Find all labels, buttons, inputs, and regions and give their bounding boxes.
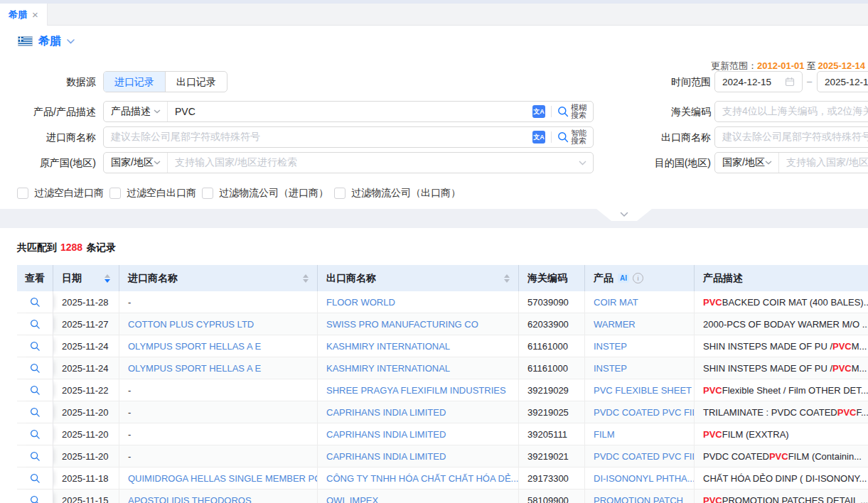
destination-country-input[interactable]: 支持输入国家/地区进行检索 (779, 156, 868, 169)
filter-checkbox-0[interactable]: 过滤空白进口商 (17, 187, 104, 200)
cell-product[interactable]: INSTEP (585, 357, 695, 379)
collapse-panel-button[interactable] (596, 209, 652, 221)
importer-link[interactable]: QUIMIDROGA HELLAS SINGLE MEMBER PC (128, 473, 318, 484)
cell-importer[interactable]: OLYMPUS SPORT HELLAS A E (119, 357, 318, 379)
smart-search-button[interactable]: 智能搜索 (557, 129, 586, 145)
view-record-button[interactable] (17, 357, 53, 379)
view-record-button[interactable] (17, 335, 53, 357)
sort-control-date[interactable] (99, 274, 110, 283)
product-link[interactable]: INSTEP (594, 341, 627, 352)
checkbox-unchecked-icon[interactable] (17, 188, 28, 199)
export-records-tab[interactable]: 出口记录 (165, 72, 227, 92)
cell-product[interactable]: WARMER (585, 313, 695, 335)
exporter-link[interactable]: KASHMIRY INTERNATIONAL (326, 341, 450, 352)
cell-exporter[interactable]: FLOOR WORLD (318, 291, 519, 313)
tab-greece[interactable]: 希腊 × (0, 4, 48, 26)
view-record-button[interactable] (17, 313, 53, 335)
cell-exporter[interactable]: CAPRIHANS INDIA LIMITED (318, 401, 519, 423)
cell-importer[interactable]: OLYMPUS SPORT HELLAS A E (119, 335, 318, 357)
view-record-button[interactable] (17, 401, 53, 423)
cell-product[interactable]: INSTEP (585, 335, 695, 357)
cell-exporter[interactable]: KASHMIRY INTERNATIONAL (318, 335, 519, 357)
cell-exporter[interactable]: KASHMIRY INTERNATIONAL (318, 357, 519, 379)
importer-link[interactable]: APOSTOLIDIS THEODOROS (128, 495, 252, 503)
product-link[interactable]: WARMER (594, 319, 636, 330)
hs-code-input[interactable]: 支持4位以上海关编码，或2位海关编码加 (714, 101, 868, 122)
view-record-button[interactable] (17, 490, 53, 503)
exporter-link[interactable]: OWL IMPEX (326, 495, 378, 503)
cell-importer[interactable]: COTTON PLUS CYPRUS LTD (119, 313, 318, 335)
date-start-input[interactable]: 2024-12-15 (714, 71, 803, 92)
exporter-link[interactable]: CAPRIHANS INDIA LIMITED (326, 429, 446, 440)
cell-exporter[interactable]: CAPRIHANS INDIA LIMITED (318, 423, 519, 445)
filter-checkbox-2[interactable]: 过滤物流公司（进口商） (202, 187, 328, 200)
sort-control-importer[interactable] (297, 274, 309, 283)
product-link[interactable]: FILM (594, 429, 615, 440)
view-record-button[interactable] (17, 467, 53, 489)
cell-importer[interactable]: QUIMIDROGA HELLAS SINGLE MEMBER PC (119, 467, 318, 489)
product-link[interactable]: PVDC COATED PVC FIL... (594, 451, 695, 462)
cell-product[interactable]: PVC FLEXIBLE SHEET F... (585, 379, 695, 401)
translate-icon[interactable]: 文A (532, 105, 545, 118)
destination-country-select[interactable]: 国家/地区 (715, 153, 779, 173)
exporter-link[interactable]: CAPRIHANS INDIA LIMITED (326, 451, 446, 462)
cell-exporter[interactable]: CAPRIHANS INDIA LIMITED (318, 445, 519, 467)
cell-exporter[interactable]: SHREE PRAGYA FLEXIFILM INDUSTRIES (318, 379, 519, 401)
info-icon[interactable]: i (633, 273, 643, 283)
cell-product[interactable]: FILM (585, 423, 695, 445)
product-link[interactable]: INSTEP (594, 363, 627, 374)
cell-product[interactable]: PVDC COATED PVC FIL... (585, 401, 695, 423)
exporter-link[interactable]: SWISS PRO MANUFACTURING CO (326, 319, 478, 330)
checkbox-unchecked-icon[interactable] (202, 188, 213, 199)
column-header-exporter[interactable]: 出口商名称 (318, 265, 519, 291)
cell-product[interactable]: COIR MAT (585, 291, 695, 313)
product-link[interactable]: PVC FLEXIBLE SHEET F... (594, 385, 695, 396)
cell-exporter[interactable]: OWL IMPEX (318, 490, 519, 503)
view-record-button[interactable] (17, 379, 53, 401)
cell-product[interactable]: PROMOTION PATCH (585, 490, 695, 503)
exporter-link[interactable]: FLOOR WORLD (326, 297, 395, 308)
product-search-input[interactable]: PVC (168, 106, 532, 117)
import-records-tab[interactable]: 进口记录 (104, 72, 165, 92)
divider (551, 131, 552, 143)
importer-link[interactable]: OLYMPUS SPORT HELLAS A E (128, 341, 261, 352)
exporter-link[interactable]: CAPRIHANS INDIA LIMITED (326, 407, 446, 418)
checkbox-unchecked-icon[interactable] (109, 188, 121, 199)
cell-product[interactable]: DI-ISONONYL PHTHA... (585, 467, 695, 489)
importer-input[interactable]: 建议去除公司尾部字符或特殊符号 (104, 131, 532, 144)
translate-icon[interactable]: 文A (532, 131, 545, 144)
column-header-importer[interactable]: 进口商名称 (119, 265, 318, 291)
product-link[interactable]: PROMOTION PATCH (594, 495, 683, 503)
cell-importer[interactable]: APOSTOLIDIS THEODOROS (119, 490, 318, 503)
page-title[interactable]: 希腊 (38, 34, 61, 49)
exporter-link[interactable]: CÔNG TY TNHH HÓA CHẤT CHẤT HÓA DẺ... (326, 473, 518, 484)
view-record-button[interactable] (17, 445, 53, 467)
exporter-link[interactable]: SHREE PRAGYA FLEXIFILM INDUSTRIES (326, 385, 506, 396)
product-link[interactable]: COIR MAT (594, 297, 638, 308)
date-end-input[interactable]: 2025-12-14 (817, 71, 868, 92)
product-field-select[interactable]: 产品描述 (104, 102, 168, 121)
column-header-date[interactable]: 日期 (53, 265, 119, 291)
fuzzy-search-button[interactable]: 模糊搜索 (557, 104, 586, 119)
fuzzy-search-label: 模糊搜索 (571, 104, 586, 119)
product-link[interactable]: DI-ISONONYL PHTHA... (594, 473, 695, 484)
chevron-down-icon[interactable] (67, 39, 75, 44)
filter-checkbox-3[interactable]: 过滤物流公司（出口商） (334, 187, 461, 200)
cell-exporter[interactable]: SWISS PRO MANUFACTURING CO (318, 313, 519, 335)
importer-link[interactable]: OLYMPUS SPORT HELLAS A E (128, 363, 261, 374)
view-record-button[interactable] (17, 291, 53, 313)
exporter-link[interactable]: KASHMIRY INTERNATIONAL (326, 363, 450, 374)
product-link[interactable]: PVDC COATED PVC FIL... (594, 407, 695, 418)
origin-country-input[interactable]: 支持输入国家/地区进行检索 (168, 156, 579, 169)
sort-control-exporter[interactable] (498, 274, 510, 283)
exporter-input[interactable]: 建议去除公司尾部字符或特殊符号 (714, 126, 868, 148)
view-record-button[interactable] (17, 423, 53, 445)
checkbox-unchecked-icon[interactable] (334, 188, 345, 199)
filter-checkbox-1[interactable]: 过滤空白出口商 (109, 187, 196, 200)
chevron-down-icon[interactable] (579, 161, 586, 166)
origin-country-select[interactable]: 国家/地区 (104, 153, 168, 173)
cell-exporter[interactable]: CÔNG TY TNHH HÓA CHẤT CHẤT HÓA DẺ... (318, 467, 519, 489)
close-icon[interactable]: × (32, 9, 38, 20)
cell-product[interactable]: PVDC COATED PVC FIL... (585, 445, 695, 467)
importer-link[interactable]: COTTON PLUS CYPRUS LTD (128, 319, 254, 330)
